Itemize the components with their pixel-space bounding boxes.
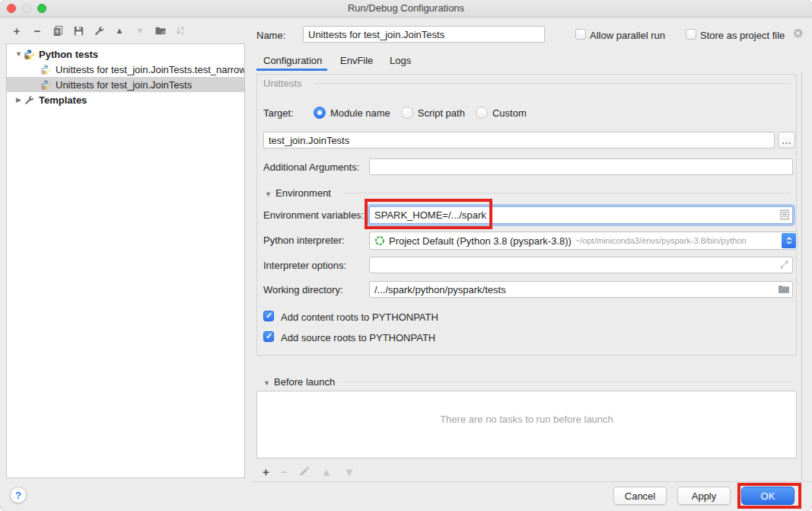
edit-task-pencil-icon[interactable] [299,466,310,477]
tree-item-label: Python tests [39,49,98,60]
expanded-arrow-icon[interactable]: ▼ [14,50,24,58]
tree-item-unittests-test-narrow[interactable]: Unittests for test_join.JoinTests.test_n… [7,62,244,77]
store-as-project-file-checkbox[interactable] [686,29,696,40]
tree-item-label: Unittests for test_join.JoinTests.test_n… [56,64,244,75]
configurations-tree: ▼ Python tests Unittests for test_join.J… [6,43,245,478]
additional-arguments-input[interactable] [369,158,793,175]
edit-templates-wrench-icon[interactable] [93,24,105,37]
radio-custom-label: Custom [492,107,527,119]
tab-logs[interactable]: Logs [390,55,411,66]
cancel-button[interactable]: Cancel [613,487,667,505]
browse-button[interactable]: … [778,132,795,149]
before-launch-header: Before launch [274,376,335,388]
radio-script-path[interactable] [401,107,413,119]
environment-header: Environment [275,187,331,199]
footer-separator [251,481,812,482]
close-window-button[interactable] [7,4,16,13]
python-interpreter-path: ~/opt/miniconda3/envs/pyspark-3.8/bin/py… [575,236,747,245]
move-task-up-icon[interactable]: ▲ [321,465,333,478]
save-configuration-icon[interactable] [72,24,84,37]
python-test-icon [40,79,52,91]
templates-wrench-icon [24,94,35,106]
expand-field-icon[interactable] [779,260,789,270]
scroll-track [801,72,802,481]
allow-parallel-run-checkbox[interactable] [575,29,586,40]
interpreter-options-input[interactable] [369,257,793,273]
working-directory-input[interactable] [369,281,793,298]
tab-envfile[interactable]: EnvFile [340,55,373,66]
gear-icon[interactable] [792,27,804,39]
environment-variables-label: Environment variables: [263,209,364,221]
add-source-roots-checkbox[interactable] [263,331,274,342]
tab-configuration[interactable]: Configuration [263,55,322,66]
conda-environment-icon [374,235,385,246]
minimize-window-button[interactable] [22,4,31,13]
svg-text:z: z [181,30,184,36]
new-folder-icon[interactable] [154,24,167,37]
zoom-window-button[interactable] [37,4,46,13]
tree-item-unittests-jointests-selected[interactable]: Unittests for test_join.JoinTests [7,77,244,92]
svg-text:a: a [181,25,184,30]
move-down-icon[interactable]: ▼ [134,24,146,37]
folder-browse-icon[interactable] [778,284,790,294]
env-vars-browse-icon[interactable] [780,209,789,220]
remove-configuration-icon[interactable]: − [31,24,43,37]
add-source-roots-label: Add source roots to PYTHONPATH [281,332,435,343]
module-name-input[interactable] [263,132,775,149]
target-row: Target: Module name Script path Custom [263,107,527,119]
before-launch-collapse-arrow-icon[interactable]: ▼ [263,379,270,387]
before-launch-header-line [342,382,791,382]
python-tests-icon [24,49,35,60]
active-tab-underline [256,69,327,71]
radio-script-path-label: Script path [418,107,465,119]
move-up-icon[interactable]: ▲ [113,24,126,37]
name-input[interactable] [303,26,545,43]
tree-item-label: Unittests for test_join.JoinTests [56,79,192,91]
group-title-line [314,83,791,84]
target-label: Target: [263,107,314,119]
name-label: Name: [256,30,285,41]
radio-custom[interactable] [476,107,488,119]
python-test-icon [40,64,52,75]
add-content-roots-checkbox[interactable] [263,311,274,321]
unittests-group-box: Unittests Target: Module name Script pat… [256,74,797,356]
group-title: Unittests [263,78,302,89]
configurations-toolbar: + − ▲ ▼ az [11,24,187,37]
titlebar: Run/Debug Configurations [0,0,812,18]
python-interpreter-select[interactable]: Project Default (Python 3.8 (pyspark-3.8… [369,232,798,250]
annotation-env-vars [365,199,492,229]
working-directory-label: Working directory: [263,284,343,295]
interpreter-options-label: Interpreter options: [263,260,346,271]
environment-header-line [342,193,791,193]
sort-configurations-icon[interactable]: az [175,24,187,37]
help-button[interactable]: ? [10,487,27,503]
add-content-roots-label: Add content roots to PYTHONPATH [281,311,438,323]
tree-item-python-tests[interactable]: ▼ Python tests [7,46,244,62]
allow-parallel-run-label: Allow parallel run [590,30,665,41]
remove-task-icon[interactable]: − [281,465,288,478]
move-task-down-icon[interactable]: ▼ [343,465,355,478]
collapsed-arrow-icon[interactable]: ▶ [14,96,24,104]
add-configuration-icon[interactable]: + [11,24,23,37]
before-launch-task-list[interactable]: There are no tasks to run before launch [256,391,797,458]
store-as-project-file-label: Store as project file [700,30,785,41]
run-debug-configurations-dialog: Run/Debug Configurations + − ▲ ▼ az ▼ Py [0,0,812,511]
add-task-icon[interactable]: + [263,465,269,478]
python-interpreter-label: Python interpreter: [263,235,345,246]
additional-arguments-label: Additional Arguments: [263,161,359,173]
apply-button[interactable]: Apply [677,487,731,505]
annotation-ok-button [737,483,801,509]
tree-item-templates[interactable]: ▶ Templates [7,92,244,107]
tree-item-label: Templates [39,94,87,106]
before-launch-toolbar: + − ▲ ▼ [263,465,355,478]
environment-collapse-arrow-icon[interactable]: ▼ [265,190,272,198]
copy-configuration-icon[interactable] [52,24,64,37]
radio-module-name[interactable] [314,107,326,119]
select-spinner-icon[interactable] [782,233,796,248]
window-title: Run/Debug Configurations [0,0,812,17]
before-launch-empty-text: There are no tasks to run before launch [257,414,796,425]
radio-module-name-label: Module name [330,107,390,119]
python-interpreter-value: Project Default (Python 3.8 (pyspark-3.8… [389,235,572,247]
